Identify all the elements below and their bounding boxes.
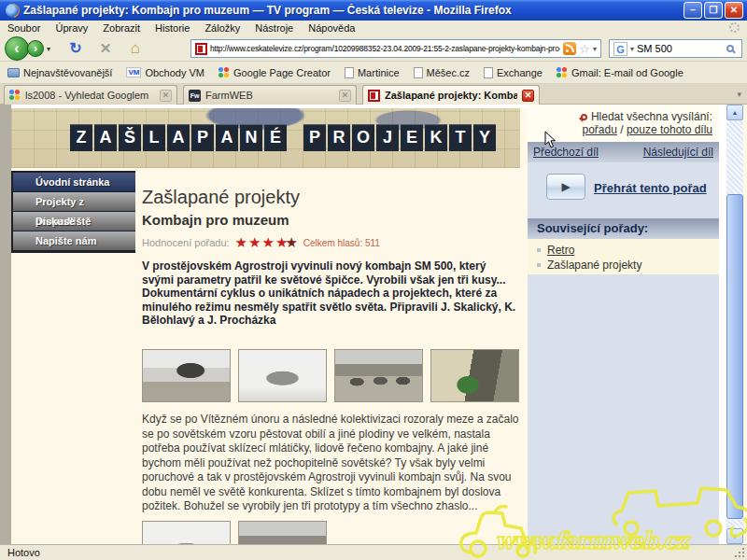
banner-letter-tile: L bbox=[143, 124, 165, 151]
back-button[interactable]: ‹ bbox=[5, 36, 29, 61]
folder-icon bbox=[7, 68, 20, 77]
bookmark-obchody-vm[interactable]: VM Obchody VM bbox=[126, 67, 204, 78]
sidebar-item-uvodni-stranka[interactable]: Úvodní stránka bbox=[13, 173, 135, 192]
menu-napoveda[interactable]: Nápověda bbox=[308, 22, 355, 34]
scroll-up-icon[interactable]: ▲ bbox=[726, 105, 743, 120]
home-button[interactable]: ⌂ bbox=[125, 39, 146, 58]
page-content: ZAŠLAPANÉPROJEKTY Úvodní stránka Projekt… bbox=[0, 105, 747, 544]
refresh-button[interactable]: ↻ bbox=[65, 39, 86, 58]
bookmark-label: Martinice bbox=[358, 67, 400, 78]
bookmark-label: Google Page Creator bbox=[233, 67, 331, 78]
engine-dropdown-icon[interactable]: ▾ bbox=[630, 45, 634, 53]
bookmark-label: Gmail: E-mail od Google bbox=[571, 67, 684, 78]
tab-close-icon[interactable]: ✕ bbox=[339, 90, 351, 102]
menu-zalozky[interactable]: Záložky bbox=[204, 22, 240, 34]
google-icon bbox=[557, 67, 568, 78]
episode-description: Když se po Vítězném únoru a následné kol… bbox=[142, 413, 527, 514]
tab-ls2008[interactable]: ls2008 - Vyhledat Googlem ✕ bbox=[4, 85, 177, 105]
play-button[interactable]: ▶ bbox=[546, 174, 585, 200]
tab-label: FarmWEB bbox=[205, 90, 334, 101]
forward-button[interactable]: › bbox=[27, 40, 44, 57]
star-half-icon[interactable]: ★ bbox=[285, 234, 297, 250]
star-rating-icons[interactable]: ★★★★ bbox=[235, 234, 289, 250]
bookmark-label: Exchange bbox=[497, 67, 543, 78]
minimize-button[interactable]: – bbox=[684, 2, 702, 19]
rating-row: Hodnocení pořadu: ★★★★★ Celkem hlasů: 51… bbox=[142, 234, 380, 251]
tab-label: Zašlapané projekty: Kombajn pr... bbox=[385, 90, 517, 101]
bookmark-nejnavstevovanejsi[interactable]: Nejnavštěvovanější bbox=[7, 67, 112, 78]
page-right-gap bbox=[719, 105, 726, 544]
previous-episode-link[interactable]: Předchozí díl bbox=[533, 146, 599, 159]
page-title: Zašlapané projekty bbox=[142, 187, 300, 208]
firefox-icon bbox=[6, 4, 20, 18]
tab-close-icon[interactable]: ✕ bbox=[160, 90, 172, 102]
bookmark-label: Obchody VM bbox=[145, 67, 204, 78]
page-icon bbox=[484, 67, 493, 78]
bookmark-google-page-creator[interactable]: Google Page Creator bbox=[218, 67, 331, 78]
farmweb-icon: Fw bbox=[189, 90, 201, 102]
related-link-zaslapane[interactable]: Zašlapané projekty bbox=[547, 259, 641, 272]
history-dropdown-icon[interactable]: ▾ bbox=[47, 45, 50, 53]
banner-letter-tile: T bbox=[449, 124, 472, 151]
search-episode-link[interactable]: pouze tohoto dílu bbox=[627, 123, 712, 136]
bookmark-exchange[interactable]: Exchange bbox=[484, 67, 543, 78]
thumbnail-photo[interactable] bbox=[334, 349, 423, 402]
google-icon bbox=[218, 67, 230, 78]
address-bar[interactable]: http://www.ceskatelevize.cz/program/1020… bbox=[190, 39, 601, 58]
page-left-margin bbox=[0, 105, 11, 544]
bookmark-mesec[interactable]: Měšec.cz bbox=[414, 67, 470, 78]
tab-close-icon[interactable]: ✕ bbox=[522, 90, 534, 102]
tab-farmweb[interactable]: Fw FarmWEB ✕ bbox=[183, 85, 357, 105]
magnifier-icon[interactable] bbox=[726, 45, 734, 52]
related-link-retro[interactable]: Retro bbox=[547, 244, 574, 257]
vertical-scrollbar[interactable]: ▲ ▼ bbox=[726, 105, 743, 544]
scrollbar-thumb[interactable] bbox=[726, 194, 743, 519]
list-item[interactable]: Zašlapané projekty bbox=[537, 258, 719, 273]
episode-navigation: Předchozí díl Následující díl bbox=[528, 142, 719, 162]
tab-bar: ls2008 - Vyhledat Googlem ✕ Fw FarmWEB ✕… bbox=[0, 84, 747, 105]
restore-button[interactable]: ❐ bbox=[704, 2, 723, 19]
thumbnail-photo[interactable] bbox=[430, 349, 519, 402]
google-engine-icon[interactable]: G bbox=[613, 42, 627, 56]
rss-icon[interactable] bbox=[563, 42, 576, 55]
menu-zobrazit[interactable]: Zobrazit bbox=[103, 22, 140, 34]
bookmark-gmail[interactable]: Gmail: E-mail od Google bbox=[557, 67, 684, 78]
banner-letter-tile: N bbox=[240, 124, 262, 151]
menu-soubor[interactable]: Soubor bbox=[7, 22, 40, 34]
resize-grip[interactable] bbox=[734, 547, 745, 558]
bookmark-martinice[interactable]: Martinice bbox=[345, 67, 400, 78]
sidebar-item-projekty[interactable]: Projekty z propadliště bbox=[13, 192, 135, 212]
sidebar-item-diskuse[interactable]: Diskuse bbox=[13, 212, 135, 231]
scroll-down-icon[interactable]: ▼ bbox=[726, 528, 743, 544]
tab-zaslapane-projekty[interactable]: Zašlapané projekty: Kombajn pr... ✕ bbox=[362, 85, 540, 105]
tab-list-dropdown-icon[interactable]: ▾ bbox=[737, 90, 741, 99]
thumbnail-photo[interactable] bbox=[142, 521, 231, 544]
play-link[interactable]: Přehrát tento pořad bbox=[594, 181, 707, 195]
window-title: Zašlapané projekty: Kombajn pro muzeum —… bbox=[23, 4, 684, 17]
banner-letter-tile: R bbox=[328, 124, 350, 151]
thumbnail-photo[interactable] bbox=[238, 521, 327, 544]
search-program-link[interactable]: pořadu bbox=[583, 123, 617, 136]
ct-favicon bbox=[195, 43, 207, 55]
menu-historie[interactable]: Historie bbox=[155, 22, 190, 34]
sidebar-item-napiste-nam[interactable]: Napište nám bbox=[13, 231, 135, 251]
close-button[interactable]: ✕ bbox=[725, 2, 743, 19]
menu-bar: Soubor Úpravy Zobrazit Historie Záložky … bbox=[0, 21, 747, 35]
bookmark-star-icon[interactable]: ☆ bbox=[579, 42, 590, 56]
search-input[interactable]: SM 500 bbox=[637, 43, 724, 54]
url-dropdown-icon[interactable]: ▾ bbox=[593, 45, 597, 53]
next-episode-link[interactable]: Následující díl bbox=[643, 146, 713, 159]
list-item[interactable]: Retro bbox=[537, 243, 719, 258]
firefox-window: Zašlapané projekty: Kombajn pro muzeum —… bbox=[0, 0, 747, 560]
url-text[interactable]: http://www.ceskatelevize.cz/program/1020… bbox=[210, 44, 560, 53]
thumbnail-photo[interactable] bbox=[238, 349, 327, 402]
stop-button[interactable]: ✕ bbox=[95, 39, 116, 58]
ct-icon bbox=[368, 90, 380, 102]
page-icon bbox=[345, 67, 354, 78]
menu-upravy[interactable]: Úpravy bbox=[55, 22, 88, 34]
search-box[interactable]: G ▾ SM 500 bbox=[609, 39, 742, 58]
banner-letter-tile: K bbox=[425, 124, 447, 151]
episode-title: Kombajn pro muzeum bbox=[142, 212, 289, 228]
thumbnail-photo[interactable] bbox=[142, 349, 231, 402]
menu-nastroje[interactable]: Nástroje bbox=[255, 22, 293, 34]
